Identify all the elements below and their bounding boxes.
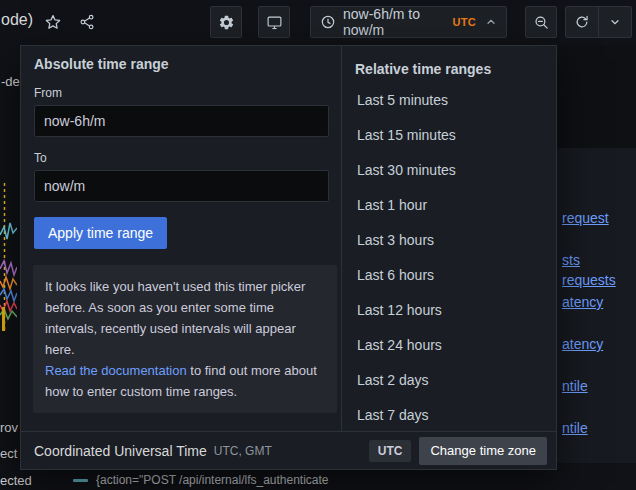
legend-series-label[interactable]: {action="POST /api/internal/lfs_authenti… bbox=[96, 473, 329, 487]
relative-option-last-15-minutes[interactable]: Last 15 minutes bbox=[355, 117, 556, 152]
share-icon[interactable] bbox=[78, 13, 96, 31]
read-documentation-link[interactable]: Read the documentation bbox=[45, 363, 187, 378]
dashboard-title-fragment: ode) bbox=[1, 11, 33, 29]
from-label: From bbox=[34, 86, 329, 100]
relative-option-last-5-minutes[interactable]: Last 5 minutes bbox=[355, 82, 556, 117]
row-text-fragment: ected bbox=[0, 473, 32, 488]
row-text-fragment: rov bbox=[0, 420, 18, 435]
background-link[interactable]: ntile bbox=[562, 420, 588, 436]
time-range-picker-popup: Absolute time range From To Apply time r… bbox=[20, 45, 557, 470]
relative-option-last-6-hours[interactable]: Last 6 hours bbox=[355, 257, 556, 292]
star-icon[interactable] bbox=[44, 13, 62, 31]
time-zone-tag: UTC bbox=[452, 16, 476, 28]
monitor-icon bbox=[266, 14, 283, 31]
chevron-down-icon bbox=[609, 16, 621, 28]
zoom-out-time-button[interactable] bbox=[525, 6, 557, 38]
to-label: To bbox=[34, 151, 329, 165]
apply-time-range-button[interactable]: Apply time range bbox=[34, 217, 167, 249]
refresh-button[interactable] bbox=[566, 14, 598, 30]
timezone-detail: UTC, GMT bbox=[214, 444, 272, 458]
absolute-time-range-section: Absolute time range From To Apply time r… bbox=[21, 46, 341, 431]
background-link[interactable]: request bbox=[562, 210, 609, 226]
relative-heading: Relative time ranges bbox=[355, 56, 556, 82]
from-input[interactable] bbox=[34, 105, 329, 137]
relative-option-last-2-days[interactable]: Last 2 days bbox=[355, 362, 556, 397]
to-input[interactable] bbox=[34, 170, 329, 202]
dashboard-settings-button[interactable] bbox=[210, 6, 242, 38]
relative-option-last-24-hours[interactable]: Last 24 hours bbox=[355, 327, 556, 362]
legend-series-color bbox=[73, 479, 88, 482]
relative-option-last-1-hour[interactable]: Last 1 hour bbox=[355, 187, 556, 222]
panel-title-fragment: -de bbox=[1, 74, 20, 89]
background-chart bbox=[0, 183, 17, 333]
refresh-button-group bbox=[565, 6, 632, 38]
background-panel-links: request sts requests atency atency ntile… bbox=[557, 148, 636, 463]
background-link[interactable]: atency bbox=[562, 294, 603, 310]
tv-mode-button[interactable] bbox=[258, 6, 290, 38]
background-panel-upper bbox=[557, 45, 636, 148]
timezone-footer: Coordinated Universal Time UTC, GMT UTC … bbox=[21, 431, 556, 469]
background-link[interactable]: ntile bbox=[562, 378, 588, 394]
dashboard-toolbar: ode) bbox=[0, 0, 636, 45]
picker-info-text: It looks like you haven't used this time… bbox=[45, 276, 325, 360]
picker-info-box: It looks like you haven't used this time… bbox=[33, 265, 337, 413]
refresh-interval-dropdown[interactable] bbox=[599, 16, 631, 28]
relative-option-last-7-days[interactable]: Last 7 days bbox=[355, 397, 556, 431]
background-link[interactable]: sts bbox=[562, 252, 580, 268]
relative-time-ranges-section: Relative time ranges Last 5 minutes Last… bbox=[342, 46, 556, 431]
time-range-label: now-6h/m to now/m bbox=[343, 6, 445, 38]
refresh-icon bbox=[574, 14, 590, 30]
timezone-badge: UTC bbox=[369, 440, 412, 462]
row-text-fragment: ect bbox=[0, 446, 17, 461]
clock-icon bbox=[320, 14, 336, 30]
relative-option-last-3-hours[interactable]: Last 3 hours bbox=[355, 222, 556, 257]
legend-item[interactable]: {action="POST /api/internal/lfs_authenti… bbox=[73, 471, 329, 489]
relative-option-last-12-hours[interactable]: Last 12 hours bbox=[355, 292, 556, 327]
relative-option-last-30-minutes[interactable]: Last 30 minutes bbox=[355, 152, 556, 187]
change-time-zone-button[interactable]: Change time zone bbox=[419, 437, 547, 465]
picker-info-line2: Read the documentation to find out more … bbox=[45, 360, 325, 402]
background-link[interactable]: atency bbox=[562, 336, 603, 352]
time-range-picker-button[interactable]: now-6h/m to now/m UTC bbox=[310, 6, 507, 38]
gear-icon bbox=[218, 14, 235, 31]
chevron-up-icon bbox=[485, 16, 497, 28]
grafana-screen: -de request sts requests atency atency n… bbox=[0, 0, 636, 490]
magnifier-minus-icon bbox=[533, 14, 550, 31]
background-link[interactable]: requests bbox=[562, 272, 616, 288]
timezone-name: Coordinated Universal Time bbox=[34, 443, 207, 459]
absolute-heading: Absolute time range bbox=[34, 56, 329, 72]
